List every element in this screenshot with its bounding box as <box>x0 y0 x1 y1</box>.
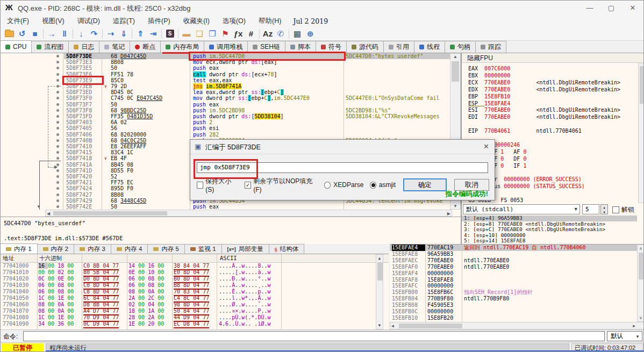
disasm-row[interactable]: 5D8F73FDFF35 0481D35Dpush dword ptr ds:[… <box>1 113 461 119</box>
minimize-button[interactable]: — <box>579 1 600 15</box>
step-into-icon[interactable]: ↓ <box>75 28 88 40</box>
address-cell[interactable]: 5D8F73DE <box>64 53 102 59</box>
tab-监视 1[interactable]: 监视 1 <box>184 244 222 254</box>
address-cell[interactable]: 5D8F742E <box>64 204 102 210</box>
breakpoint-dot[interactable] <box>56 61 59 63</box>
address-cell[interactable]: 5D8F73E3 <box>64 59 102 65</box>
tab-日志[interactable]: 日志 <box>68 41 99 53</box>
menu-item[interactable]: 追踪(T) <box>106 15 141 27</box>
unlock-checkbox[interactable]: 解锁 <box>612 205 634 214</box>
calculator-icon[interactable]: ▦ <box>291 28 304 40</box>
spinner-arrows[interactable]: ▲▼ <box>600 204 608 214</box>
breakpoint-dot[interactable] <box>56 175 59 178</box>
tab-线程[interactable]: 线程 <box>414 41 445 53</box>
dump-row[interactable]: 7704104006 00 08 00C8 8D 04 7708 00 0A 0… <box>1 289 389 295</box>
breakpoint-dot[interactable] <box>56 199 59 202</box>
xedparse-radio[interactable] <box>324 182 331 189</box>
menu-item[interactable]: 调试(D) <box>71 15 106 27</box>
dump-row[interactable]: 7704100016 00 18 00C0 8B 04 7714 00 16 0… <box>1 263 389 269</box>
memory-dump-pane[interactable]: 地址 十六进制 ASCII 7704100016 00 18 00C0 8B 0… <box>1 254 389 329</box>
breakpoint-dot[interactable] <box>56 115 59 118</box>
run-icon[interactable]: → <box>45 28 58 40</box>
disasm-row[interactable]: 5D8F73E38B08mov ecx,dword ptr ds:[eax] <box>1 59 461 65</box>
stack-row[interactable]: 15E8FAE896A59BB3 <box>390 251 644 257</box>
nop-fill-checkbox[interactable]: ✓ <box>245 182 251 189</box>
dump-row[interactable]: 7704106008 00 0A 00D8 8B 04 7702 00 04 0… <box>1 301 389 308</box>
disasm-row[interactable]: 5D8F73E6FF51 78call dword ptr ds:[ecx+78… <box>1 71 461 77</box>
address-cell[interactable]: 5D8F7429 <box>64 198 102 204</box>
address-cell[interactable]: 5D8F741A <box>64 162 102 168</box>
breakpoint-dot[interactable] <box>56 157 59 160</box>
breakpoint-dot[interactable] <box>56 169 59 172</box>
instruction-cell[interactable]: push eax <box>190 65 344 71</box>
tab-内存布局[interactable]: 内存布局 <box>160 41 204 53</box>
tab-引用[interactable]: 引用 <box>383 41 414 53</box>
address-cell[interactable]: 5D8F73F7 <box>64 102 102 107</box>
disasm-row[interactable]: 5D8F742E50push eax <box>1 204 461 210</box>
dump-row[interactable]: 770410801C 00 1E 0070 D9 04 7728 00 2A 0… <box>1 314 389 321</box>
disasm-row[interactable]: 5D8F73F868 98BDC25Dpush im.5DC2BD985DC2B… <box>1 107 461 113</box>
register-row[interactable]: ESP 15E8FAE4 <box>468 100 536 107</box>
step-over-icon[interactable]: ↷ <box>88 28 101 40</box>
stack-row[interactable]: 15E8FAF0770EABE0ntdll.770EABE0 <box>390 264 644 270</box>
labels-icon[interactable]: ❐ <box>206 28 219 40</box>
dump-row[interactable]: 770410200C 00 0E 00D0 8D 04 7706 00 08 0… <box>1 276 389 282</box>
stack-row[interactable]: 15E8FB0015E8FB6C指向SEH_Record[1]的指针 <box>390 289 644 296</box>
close-button[interactable]: ✕ <box>622 1 643 15</box>
hide-fpu-button[interactable]: 隐藏FPU <box>462 53 644 63</box>
breakpoint-dot[interactable] <box>56 55 59 58</box>
tab-脚本[interactable]: 脚本 <box>285 41 316 53</box>
instruction-cell[interactable]: push im.5DC447D0 <box>190 53 344 59</box>
tab-跟踪[interactable]: 跟踪 <box>475 41 506 53</box>
tab-笔记[interactable]: 笔记 <box>99 41 130 53</box>
dump-row[interactable]: 770410501C 00 1E 006C 84 04 772A 00 2C 0… <box>1 295 389 301</box>
globe-icon[interactable]: ⊕ <box>304 28 317 40</box>
breakpoint-dot[interactable] <box>56 97 59 99</box>
s-block-icon[interactable]: S <box>163 28 176 40</box>
breakpoint-dot[interactable] <box>56 151 59 154</box>
tab-源代码[interactable]: 源代码 <box>346 41 384 53</box>
execute-till-return-icon[interactable]: ⇢ <box>104 28 117 40</box>
stack-row[interactable]: 15E8FAFC00000000 <box>390 283 644 289</box>
register-row[interactable]: ECX 770EABE0 <ntdll.DbgUiRemoteBreakin> <box>468 80 620 86</box>
hash-icon[interactable]: # <box>245 28 257 40</box>
menu-item[interactable]: 选项(O) <box>216 15 252 27</box>
breakpoint-dot[interactable] <box>56 193 59 196</box>
argument-row[interactable]: 5: [esp+14] 15E8FAE8 <box>462 238 637 244</box>
disasm-row[interactable]: 5D8F73F0C745 0C E047C45Dmov dword ptr ss… <box>1 95 461 101</box>
tab-结构体[interactable]: §结构体 <box>269 244 305 254</box>
cancel-button[interactable]: 取消 <box>454 179 489 191</box>
stack-row[interactable]: 15E8FB04770B9F80ntdll.770B9F80 <box>390 296 644 302</box>
breakpoint-dot[interactable] <box>56 145 59 148</box>
comments-icon[interactable]: ❏ <box>193 28 206 40</box>
dialog-title-bar[interactable]: ▣ 汇编于 5D8F73DE ✕ <box>190 140 495 154</box>
dialog-close-icon[interactable]: ✕ <box>483 142 489 150</box>
breakpoint-dot[interactable] <box>56 79 59 82</box>
tab-内存 3[interactable]: 内存 3 <box>74 244 111 254</box>
breakpoint-dot[interactable] <box>56 109 59 112</box>
menu-item[interactable]: 收藏夹(I) <box>177 15 216 27</box>
instruction-cell[interactable]: mov ecx,dword ptr ds:[eax] <box>190 59 344 65</box>
maximize-button[interactable]: ▢ <box>600 1 622 15</box>
address-cell[interactable]: 5D8F73E6 <box>64 71 102 77</box>
open-folder-icon[interactable] <box>3 28 16 40</box>
address-cell[interactable]: 5D8F7406 <box>64 132 102 138</box>
tab-调用堆栈[interactable]: 调用堆栈 <box>204 41 248 53</box>
tab-流程图[interactable]: 流程图 <box>31 41 69 53</box>
asmjit-radio[interactable] <box>370 182 376 189</box>
az-icon[interactable]: Aᴢ <box>261 28 274 40</box>
tab-局部变量[interactable]: [x=]局部变量 <box>221 244 269 254</box>
phone-icon[interactable]: ✆ <box>274 28 287 40</box>
disasm-row[interactable]: 5D8F740556push esi <box>1 125 461 131</box>
tab-SEH链[interactable]: SEH链 <box>247 41 285 53</box>
pause-icon[interactable]: ‖ <box>58 28 71 40</box>
instruction-cell[interactable]: push 2 <box>190 119 344 125</box>
instruction-cell[interactable]: mov dword ptr ss:[ebp+C],im.5DC447E0 <box>190 95 344 101</box>
address-cell[interactable]: 5D8F7421 <box>64 179 102 185</box>
address-cell[interactable]: 5D8F741D <box>64 168 102 174</box>
address-cell[interactable]: 5D8F7427 <box>64 192 102 198</box>
register-row[interactable]: EDI 770EABE0 <ntdll.DbgUiRemoteBreakin> <box>468 114 620 120</box>
breakpoint-dot[interactable] <box>56 91 59 94</box>
tab-CPU[interactable]: CPU <box>0 40 32 53</box>
stack-row[interactable]: 15E8FAEC770EABE0ntdll.770EABE0 <box>390 257 644 264</box>
